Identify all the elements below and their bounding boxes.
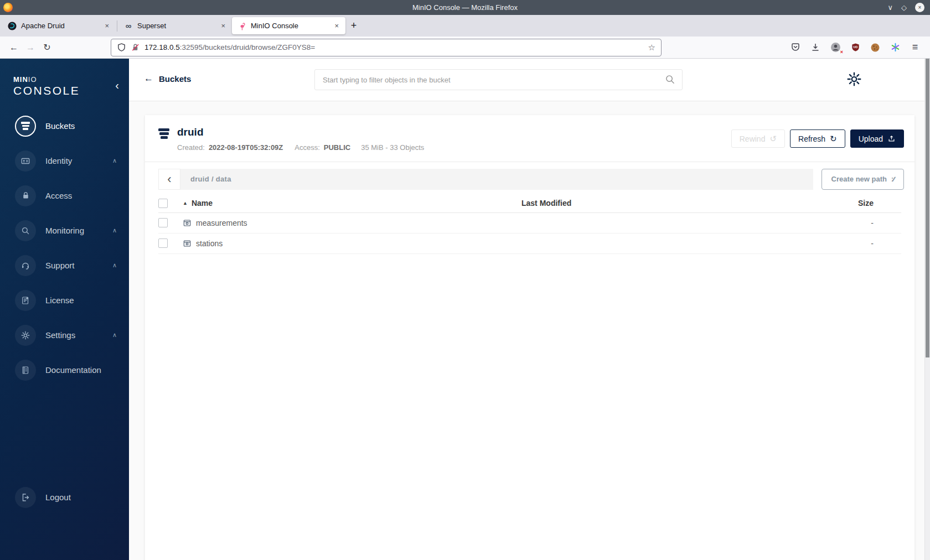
scrollbar-thumb[interactable] (926, 59, 929, 357)
sidebar-item-buckets[interactable]: Buckets (0, 108, 129, 143)
tab-close-icon[interactable]: × (220, 22, 226, 30)
sidebar: MINIO CONSOLE ‹ Buckets Identity ∧ (0, 59, 129, 560)
chevron-up-icon[interactable]: ∧ (112, 227, 117, 234)
name-header[interactable]: Name (192, 199, 213, 208)
chevron-up-icon[interactable]: ∧ (112, 262, 117, 269)
pocket-icon[interactable] (788, 40, 803, 55)
bookmark-star-icon[interactable]: ☆ (648, 43, 655, 53)
row-checkbox[interactable] (158, 238, 168, 248)
ublock-origin-icon[interactable]: UO (848, 40, 862, 55)
back-icon[interactable]: ← (6, 39, 22, 56)
bucket-usage: 35 MiB - 33 Objects (361, 143, 424, 152)
refresh-button[interactable]: Refresh↻ (790, 129, 845, 148)
console-settings-gear-icon[interactable] (846, 71, 862, 87)
window-controls: ∨ ◇ × (887, 0, 924, 15)
tab-apache-druid[interactable]: Apache Druid × (2, 17, 116, 34)
profile-extension-icon[interactable]: × (828, 40, 843, 55)
bucket-icon (158, 128, 169, 139)
page-scrollbar[interactable] (924, 59, 930, 560)
access-value: PUBLIC (324, 143, 350, 152)
table-row[interactable]: stations - (158, 234, 901, 254)
close-window-icon[interactable]: × (915, 3, 924, 12)
size-header[interactable]: Size (813, 199, 901, 208)
tab-minio-console[interactable]: MinIO Console × (232, 17, 345, 34)
titlebar: MinIO Console — Mozilla Firefox ∨ ◇ × (0, 0, 930, 15)
path-back-button[interactable]: ‹ (158, 169, 180, 190)
minio-console-app: MINIO CONSOLE ‹ Buckets Identity ∧ (0, 59, 930, 560)
sidebar-item-support[interactable]: Support ∧ (0, 248, 129, 283)
last-modified-header[interactable]: Last Modified (521, 199, 813, 208)
sidebar-item-identity[interactable]: Identity ∧ (0, 143, 129, 178)
rewind-button[interactable]: Rewind↺ (731, 129, 785, 148)
bucket-meta: Created: 2022-08-19T05:32:09Z Access: PU… (177, 143, 424, 152)
folder-icon (183, 219, 192, 227)
url-host: 172.18.0.5 (144, 43, 180, 51)
chevron-up-icon[interactable]: ∧ (112, 157, 117, 164)
url-text[interactable]: 172.18.0.5:32595/buckets/druid/browse/ZG… (144, 43, 644, 51)
buckets-icon (15, 116, 36, 137)
path-bar: druid / data (180, 169, 813, 190)
sidebar-item-license[interactable]: License (0, 283, 129, 318)
asterisk-extension-icon[interactable] (888, 40, 902, 55)
insecure-lock-icon[interactable] (131, 43, 140, 52)
object-name[interactable]: stations (196, 239, 223, 248)
back-arrow-icon: ← (144, 73, 153, 84)
tracking-shield-icon[interactable] (117, 43, 126, 52)
sidebar-item-settings[interactable]: Settings ∧ (0, 318, 129, 352)
toolbar-extensions: × UO ≡ (788, 40, 924, 55)
firefox-logo-icon (3, 3, 13, 12)
new-tab-button[interactable]: + (345, 18, 362, 34)
logo-io: IO (28, 75, 37, 84)
reload-icon[interactable]: ↻ (39, 39, 55, 56)
table-row[interactable]: measurements - (158, 213, 901, 234)
filter-objects-input[interactable] (314, 69, 683, 90)
window-title: MinIO Console — Mozilla Firefox (0, 3, 930, 12)
tab-label: Apache Druid (21, 22, 99, 30)
object-size: - (813, 239, 901, 248)
buckets-back-link[interactable]: ← Buckets (144, 73, 191, 84)
chevron-up-icon[interactable]: ∧ (112, 331, 117, 339)
tab-close-icon[interactable]: × (333, 22, 340, 30)
sidebar-item-access[interactable]: Access (0, 178, 129, 213)
logo-min: MIN (13, 75, 28, 84)
minimize-icon[interactable]: ∨ (887, 4, 893, 11)
superset-favicon: ∞ (124, 22, 133, 30)
tab-label: Superset (137, 22, 215, 30)
tab-close-icon[interactable]: × (104, 22, 110, 30)
upload-button[interactable]: Upload (850, 129, 904, 148)
monitoring-magnifier-icon (15, 220, 36, 241)
created-label: Created: (177, 143, 205, 152)
apache-druid-favicon (8, 22, 17, 30)
chevron-left-icon: ‹ (167, 172, 171, 186)
url-toolbar: ← → ↻ 172.18.0.5:32595/buckets/druid/bro… (0, 37, 930, 59)
tab-label: MinIO Console (251, 22, 329, 30)
forward-icon[interactable]: → (22, 39, 39, 56)
select-all-checkbox[interactable] (158, 199, 168, 208)
main-header: ← Buckets (129, 59, 930, 101)
profile-error-badge: × (840, 49, 843, 55)
create-new-path-button[interactable]: Create new path:∕∕ (822, 169, 904, 190)
url-path: :32595/buckets/druid/browse/ZGF0YS8= (180, 43, 315, 51)
sidebar-item-monitoring[interactable]: Monitoring ∧ (0, 213, 129, 248)
sort-asc-icon[interactable]: ▲ (183, 200, 188, 206)
row-checkbox[interactable] (158, 218, 168, 227)
minio-console-logo: MINIO CONSOLE (13, 75, 80, 97)
main-content: ← Buckets dr (129, 59, 930, 560)
current-path: druid / data (190, 175, 231, 183)
cookie-extension-icon[interactable] (868, 40, 882, 55)
lock-icon (15, 185, 36, 206)
object-name[interactable]: measurements (196, 219, 247, 227)
page-body: druid Created: 2022-08-19T05:32:09Z Acce… (129, 101, 930, 560)
svg-text:UO: UO (853, 45, 857, 49)
maximize-icon[interactable]: ◇ (901, 4, 907, 11)
license-document-icon (15, 290, 36, 311)
bucket-name: druid (177, 126, 424, 139)
tab-superset[interactable]: ∞ Superset × (118, 17, 232, 34)
sidebar-item-logout[interactable]: Logout (0, 480, 129, 515)
sidebar-collapse-icon[interactable]: ‹ (115, 80, 119, 91)
url-bar[interactable]: 172.18.0.5:32595/buckets/druid/browse/ZG… (111, 39, 662, 56)
path-row: ‹ druid / data Create new path:∕∕ (158, 169, 904, 190)
menu-icon[interactable]: ≡ (908, 40, 922, 55)
sidebar-item-documentation[interactable]: Documentation (0, 352, 129, 387)
downloads-icon[interactable] (808, 40, 823, 55)
